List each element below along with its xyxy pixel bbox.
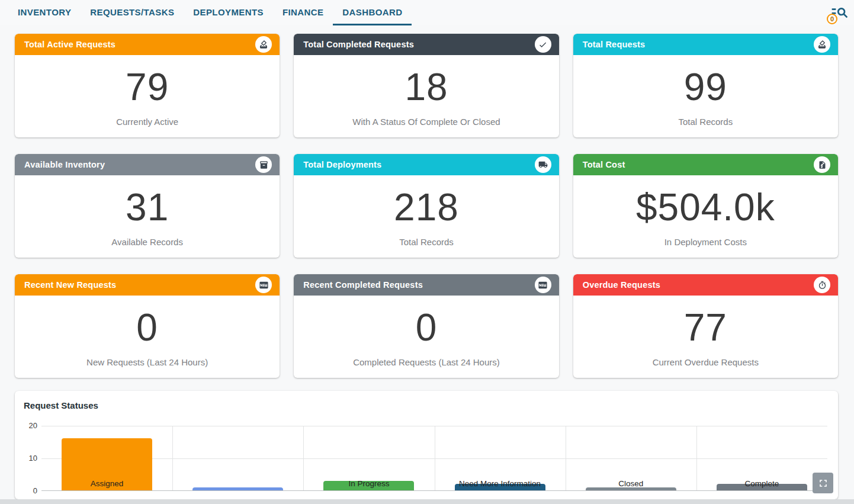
gridline xyxy=(696,426,697,490)
y-axis-tick: 10 xyxy=(15,454,37,463)
card-title: Recent New Requests xyxy=(24,280,116,290)
card-available-inventory: Available Inventory 31 Available Records xyxy=(15,154,280,258)
card-value: 0 xyxy=(136,309,158,346)
new-badge-icon xyxy=(535,277,551,293)
chart-title: Request Statuses xyxy=(24,400,98,410)
tab-dashboard[interactable]: DASHBOARD xyxy=(333,0,412,25)
bar-category-label: In Progress xyxy=(348,479,389,488)
card-total-cost: Total Cost $504.0k In Deployment Costs xyxy=(573,154,838,258)
chart-bar-unlabeled[interactable] xyxy=(192,487,283,491)
card-value: 79 xyxy=(126,68,169,106)
card-title: Total Deployments xyxy=(303,160,381,169)
gridline xyxy=(435,426,435,490)
card-subtitle: In Deployment Costs xyxy=(664,237,747,247)
notification-count-badge: 0 xyxy=(827,14,837,24)
card-title: Total Active Requests xyxy=(24,40,115,49)
truck-icon xyxy=(535,156,551,173)
y-axis-tick: 0 xyxy=(15,486,37,495)
ballot-icon xyxy=(255,36,272,53)
card-title: Total Requests xyxy=(583,40,646,49)
check-circle-icon xyxy=(535,36,551,53)
tab-finance[interactable]: FINANCE xyxy=(273,0,333,25)
card-recent-completed-requests: Recent Completed Requests 0 Completed Re… xyxy=(294,274,558,378)
card-header: Total Cost xyxy=(573,154,838,175)
tab-inventory[interactable]: INVENTORY xyxy=(8,0,81,25)
bar-category-label: Closed xyxy=(618,479,643,488)
card-header: Recent Completed Requests xyxy=(294,274,558,296)
card-title: Available Inventory xyxy=(24,160,105,169)
card-value: 18 xyxy=(404,68,448,106)
card-title: Total Completed Requests xyxy=(303,40,414,49)
card-subtitle: Total Records xyxy=(399,237,454,247)
card-value: 77 xyxy=(684,309,727,346)
card-title: Overdue Requests xyxy=(583,280,660,290)
gridline xyxy=(303,426,304,490)
card-title: Recent Completed Requests xyxy=(303,280,423,290)
chart-plot: AssignedIn ProgressNeed More Information… xyxy=(41,426,827,491)
fullscreen-icon xyxy=(817,477,829,489)
page-bottom-edge xyxy=(0,499,854,504)
card-subtitle: Current Overdue Requests xyxy=(653,357,759,367)
card-header: Total Requests xyxy=(573,34,838,55)
card-recent-new-requests: Recent New Requests 0 New Requests (Last… xyxy=(15,274,280,378)
card-header: Overdue Requests xyxy=(573,274,838,296)
card-subtitle: New Requests (Last 24 Hours) xyxy=(86,357,208,367)
card-value: 31 xyxy=(126,188,169,226)
card-header: Available Inventory xyxy=(15,154,280,175)
bar-category-label: Assigned xyxy=(91,479,124,488)
card-value: $504.0k xyxy=(636,188,775,226)
card-header: Total Deployments xyxy=(294,154,558,175)
ballot-icon xyxy=(814,36,830,53)
timer-icon xyxy=(814,277,830,293)
top-navigation: INVENTORY REQUESTS/TASKS DEPLOYMENTS FIN… xyxy=(0,0,854,25)
card-total-active-requests: Total Active Requests 79 Currently Activ… xyxy=(15,34,280,137)
card-value: 218 xyxy=(394,188,459,226)
card-header: Total Active Requests xyxy=(15,34,280,55)
card-value: 0 xyxy=(416,309,438,346)
inventory-box-icon xyxy=(255,156,272,173)
card-subtitle: With A Status Of Complete Or Closed xyxy=(352,117,500,127)
gridline xyxy=(566,426,566,490)
card-overdue-requests: Overdue Requests 77 Current Overdue Requ… xyxy=(573,274,838,378)
new-badge-icon xyxy=(255,277,272,293)
card-header: Recent New Requests xyxy=(15,274,280,296)
y-axis-tick: 20 xyxy=(15,421,37,430)
card-total-completed-requests: Total Completed Requests 18 With A Statu… xyxy=(294,34,558,137)
card-header: Total Completed Requests xyxy=(294,34,558,55)
card-subtitle: Completed Requests (Last 24 Hours) xyxy=(353,357,500,367)
search-button[interactable]: 0 xyxy=(826,2,850,25)
tab-requests-tasks[interactable]: REQUESTS/TASKS xyxy=(81,0,184,25)
bar-category-label: Complete xyxy=(745,479,779,488)
gridline xyxy=(172,426,173,490)
card-subtitle: Available Records xyxy=(111,237,183,247)
money-document-icon xyxy=(814,156,830,173)
card-total-deployments: Total Deployments 218 Total Records xyxy=(294,154,558,258)
card-subtitle: Currently Active xyxy=(116,117,178,127)
dashboard-grid: Total Active Requests 79 Currently Activ… xyxy=(15,34,838,378)
card-title: Total Cost xyxy=(583,160,625,169)
request-statuses-chart-card: Request Statuses AssignedIn ProgressNeed… xyxy=(15,391,838,499)
card-value: 99 xyxy=(684,68,727,106)
tab-deployments[interactable]: DEPLOYMENTS xyxy=(184,0,273,25)
fullscreen-button[interactable] xyxy=(813,473,833,493)
bar-category-label: Need More Information xyxy=(459,479,541,488)
card-total-requests: Total Requests 99 Total Records xyxy=(573,34,838,137)
card-subtitle: Total Records xyxy=(678,117,733,127)
